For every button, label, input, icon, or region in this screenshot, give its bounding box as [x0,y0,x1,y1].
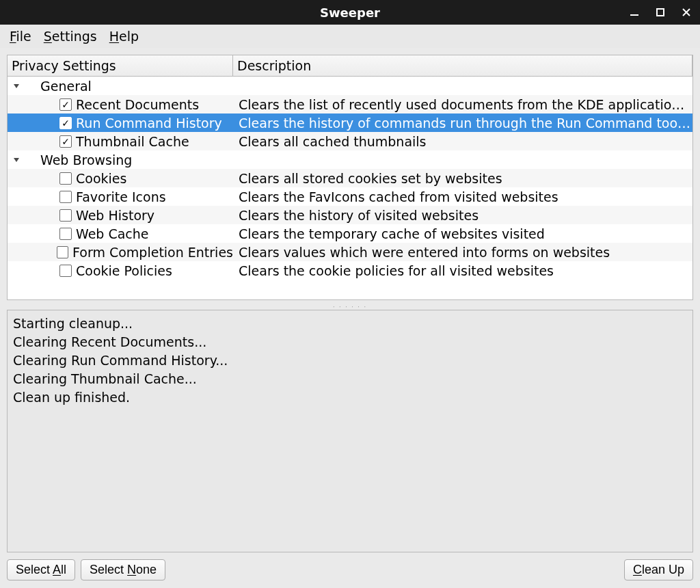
tree-row[interactable]: CookiesClears all stored cookies set by … [8,169,692,187]
header-description[interactable]: Description [233,55,692,76]
column-headers: Privacy Settings Description [8,55,692,77]
item-description: Clears the history of visited websites [233,208,692,223]
titlebar: Sweeper [0,0,700,25]
splitter-handle[interactable]: · · · · · · [7,304,693,310]
log-line: Clearing Recent Documents... [13,333,687,351]
group-label: Web Browsing [40,152,132,168]
menu-file[interactable]: File [10,29,31,44]
log-output: Starting cleanup...Clearing Recent Docum… [7,310,693,552]
checkbox[interactable] [59,191,72,203]
select-none-button[interactable]: Select None [81,559,165,580]
svg-rect-1 [657,9,664,16]
header-privacy-settings[interactable]: Privacy Settings [8,55,233,76]
tree-body[interactable]: General✓Recent DocumentsClears the list … [8,77,692,299]
log-line: Clearing Run Command History... [13,351,687,370]
select-all-button[interactable]: Select All [7,559,75,580]
maximize-icon[interactable] [652,4,669,21]
checkbox[interactable]: ✓ [59,117,72,129]
checkbox[interactable]: ✓ [59,98,72,111]
menu-help-rest: elp [119,29,139,44]
item-description: Clears the history of commands run throu… [233,116,692,131]
checkmark-icon: ✓ [62,100,70,109]
tree-row[interactable]: ✓Run Command HistoryClears the history o… [8,113,692,132]
menubar: File Settings Help [0,25,700,48]
item-label: Web Cache [76,226,149,241]
item-label: Thumbnail Cache [76,134,189,149]
menu-file-rest: ile [16,29,31,44]
checkmark-icon: ✓ [62,118,70,128]
log-line: Starting cleanup... [13,315,687,333]
item-label: Form Completion Entries [72,245,233,260]
log-line: Clearing Thumbnail Cache... [13,370,687,388]
menu-help[interactable]: Help [109,29,139,44]
checkbox[interactable] [57,246,68,258]
clean-up-label: Clean Up [633,563,684,576]
window-title: Sweeper [320,5,380,20]
svg-marker-4 [14,84,19,88]
item-label: Run Command History [76,116,222,131]
tree-row[interactable]: Web Browsing [8,150,692,169]
tree-row[interactable]: ✓Thumbnail CacheClears all cached thumbn… [8,132,692,150]
menu-settings[interactable]: Settings [44,29,97,44]
window-controls [626,4,695,21]
item-label: Cookies [76,171,126,186]
checkbox[interactable] [59,228,72,240]
group-label: General [40,79,92,94]
chevron-down-icon[interactable] [8,157,25,163]
tree-row[interactable]: Form Completion EntriesClears values whi… [8,243,692,261]
svg-marker-5 [14,158,19,162]
chevron-down-icon[interactable] [8,83,25,90]
tree-row[interactable]: General [8,77,692,95]
item-label: Cookie Policies [76,263,172,278]
checkmark-icon: ✓ [62,137,70,146]
item-label: Favorite Icons [76,189,166,204]
tree-row[interactable]: Web CacheClears the temporary cache of w… [8,224,692,243]
item-description: Clears the FavIcons cached from visited … [233,189,692,204]
tree-view: Privacy Settings Description General✓Rec… [7,55,693,300]
checkbox[interactable] [59,265,72,277]
item-description: Clears values which were entered into fo… [233,245,692,260]
minimize-icon[interactable] [626,4,643,21]
tree-row[interactable]: ✓Recent DocumentsClears the list of rece… [8,95,692,113]
item-description: Clears all cached thumbnails [233,134,692,149]
item-description: Clears the cookie policies for all visit… [233,263,692,278]
select-none-label: Select None [90,563,157,576]
tree-row[interactable]: Favorite IconsClears the FavIcons cached… [8,187,692,206]
footer-buttons: Select All Select None Clean Up [0,557,700,587]
menu-settings-rest: ettings [52,29,97,44]
checkbox[interactable]: ✓ [59,135,72,148]
close-icon[interactable] [678,4,695,21]
checkbox[interactable] [59,172,72,185]
log-line: Clean up finished. [13,388,687,407]
item-label: Web History [76,208,154,223]
tree-row[interactable]: Web HistoryClears the history of visited… [8,206,692,224]
item-description: Clears all stored cookies set by website… [233,171,692,186]
item-label: Recent Documents [76,97,199,112]
item-description: Clears the list of recently used documen… [233,97,692,112]
tree-row[interactable]: Cookie PoliciesClears the cookie policie… [8,261,692,280]
clean-up-button[interactable]: Clean Up [624,559,693,580]
checkbox[interactable] [59,209,72,222]
item-description: Clears the temporary cache of websites v… [233,226,692,241]
select-all-label: Select All [16,563,66,576]
